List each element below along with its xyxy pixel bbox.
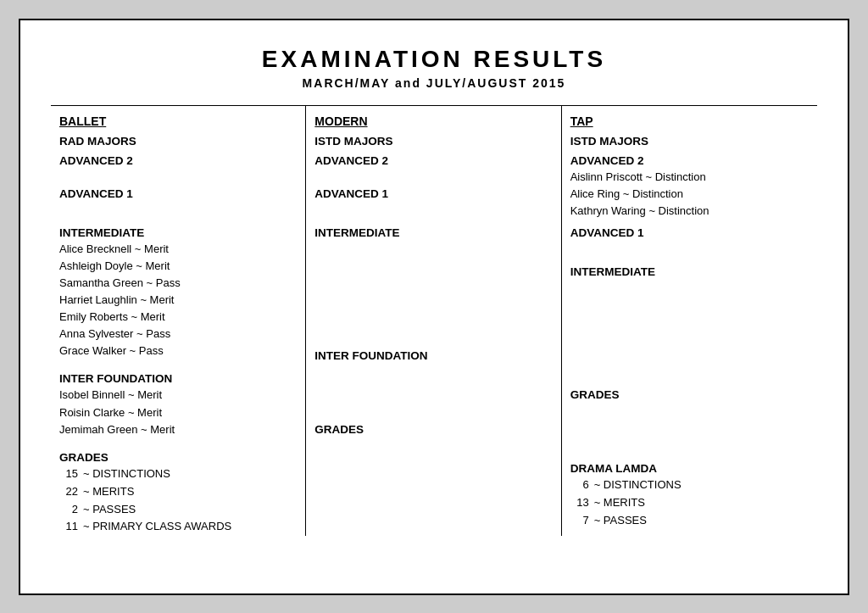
tap-istd-majors: ISTD MAJORS (570, 135, 809, 148)
tap-header: TAP (570, 114, 809, 128)
list-item: Isobel Binnell ~ Merit (59, 387, 297, 404)
list-item: Emily Roberts ~ Merit (59, 309, 297, 326)
grades-text: ~ MERITS (594, 494, 645, 511)
ballet-advanced2: ADVANCED 2 (59, 154, 297, 167)
grades-text: ~ DISTINCTIONS (83, 465, 170, 482)
list-item: Alice Ring ~ Distinction (570, 186, 809, 203)
modern-istd-majors: ISTD MAJORS (314, 135, 552, 148)
list-item: Aislinn Priscott ~ Distinction (570, 169, 809, 186)
list-item: Roisin Clarke ~ Merit (59, 404, 297, 421)
modern-header: MODERN (314, 114, 552, 128)
grades-row: 11 ~ PRIMARY CLASS AWARDS (59, 518, 297, 536)
grades-text: ~ PASSES (594, 512, 647, 529)
page: EXAMINATION RESULTS MARCH/MAY and JULY/A… (19, 19, 849, 595)
list-item: Harriet Laughlin ~ Merit (59, 292, 297, 309)
grades-num: 15 (59, 465, 78, 483)
list-item: Grace Walker ~ Pass (59, 343, 297, 359)
sub-title: MARCH/MAY and JULY/AUGUST 2015 (51, 76, 817, 90)
list-item: Jemimah Green ~ Merit (59, 421, 297, 438)
list-item: Samantha Green ~ Pass (59, 275, 297, 292)
tap-advanced2-entries: Aislinn Priscott ~ Distinction Alice Rin… (570, 169, 809, 220)
grades-row: 7 ~ PASSES (570, 512, 809, 530)
modern-intermediate: INTERMEDIATE (314, 226, 552, 239)
modern-inter-foundation: INTER FOUNDATION (314, 349, 552, 362)
tap-drama-lamda-rows: 6 ~ DISTINCTIONS 13 ~ MERITS 7 ~ PASSES (570, 476, 809, 529)
grades-num: 11 (59, 518, 78, 536)
grades-row: 6 ~ DISTINCTIONS (570, 476, 809, 494)
tap-advanced1: ADVANCED 1 (570, 226, 809, 239)
ballet-inter-foundation-entries: Isobel Binnell ~ Merit Roisin Clarke ~ M… (59, 387, 297, 437)
grades-num: 2 (59, 501, 78, 519)
grades-text: ~ DISTINCTIONS (594, 476, 682, 493)
tap-grades: GRADES (570, 388, 809, 401)
ballet-intermediate-entries: Alice Brecknell ~ Merit Ashleigh Doyle ~… (59, 241, 297, 360)
tap-column: TAP ISTD MAJORS ADVANCED 2 Aislinn Prisc… (562, 106, 817, 537)
modern-column: MODERN ISTD MAJORS ADVANCED 2 ADVANCED 1… (306, 106, 561, 537)
tap-intermediate: INTERMEDIATE (570, 265, 809, 278)
ballet-inter-foundation: INTER FOUNDATION (59, 372, 297, 385)
grades-text: ~ PRIMARY CLASS AWARDS (83, 518, 231, 535)
grades-row: 2 ~ PASSES (59, 501, 297, 519)
modern-advanced1: ADVANCED 1 (314, 187, 552, 200)
grades-row: 13 ~ MERITS (570, 494, 809, 512)
main-title: EXAMINATION RESULTS (51, 46, 817, 73)
grades-row: 22 ~ MERITS (59, 483, 297, 501)
grades-text: ~ PASSES (83, 501, 136, 518)
ballet-advanced1: ADVANCED 1 (59, 187, 297, 200)
list-item: Anna Sylvester ~ Pass (59, 326, 297, 343)
ballet-rad-majors: RAD MAJORS (59, 135, 297, 148)
list-item: Alice Brecknell ~ Merit (59, 241, 297, 258)
columns: BALLET RAD MAJORS ADVANCED 2 ADVANCED 1 … (51, 105, 817, 537)
grades-num: 6 (570, 476, 589, 494)
ballet-intermediate: INTERMEDIATE (59, 226, 297, 239)
ballet-column: BALLET RAD MAJORS ADVANCED 2 ADVANCED 1 … (51, 106, 306, 537)
grades-num: 7 (570, 512, 589, 530)
modern-grades: GRADES (314, 423, 552, 436)
grades-text: ~ MERITS (83, 483, 134, 500)
grades-num: 13 (570, 494, 589, 512)
tap-drama-lamda: DRAMA LAMDA (570, 462, 809, 475)
ballet-grades-rows: 15 ~ DISTINCTIONS 22 ~ MERITS 2 ~ PASSES… (59, 465, 297, 536)
list-item: Ashleigh Doyle ~ Merit (59, 258, 297, 275)
ballet-header: BALLET (59, 114, 297, 128)
list-item: Kathryn Waring ~ Distinction (570, 203, 809, 220)
tap-advanced2: ADVANCED 2 (570, 154, 809, 167)
modern-advanced2: ADVANCED 2 (314, 154, 552, 167)
ballet-grades: GRADES (59, 451, 297, 464)
grades-num: 22 (59, 483, 78, 501)
grades-row: 15 ~ DISTINCTIONS (59, 465, 297, 483)
